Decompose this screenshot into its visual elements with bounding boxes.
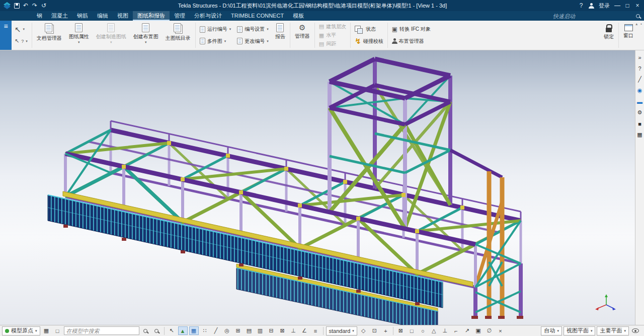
change-numbering-button[interactable]: 更改编号 ▾ (236, 37, 270, 45)
login-button[interactable]: 登录 (597, 2, 612, 10)
snap-center-icon[interactable]: ◎ (222, 326, 232, 335)
chevron-down-icon[interactable]: ▾ (267, 39, 269, 43)
window-button[interactable]: 窗口 (620, 21, 637, 50)
menu-rebar[interactable]: 钢筋 (72, 11, 93, 21)
render-box-icon[interactable]: ⊡ (370, 326, 379, 335)
select-cursor-icon[interactable]: ↖ (167, 326, 177, 335)
menu-concrete[interactable]: 混凝土 (47, 11, 72, 21)
reports-button[interactable]: 报告 (272, 21, 289, 50)
ribbon-collapse-icon[interactable]: ▴ (635, 22, 637, 26)
create-layout-drawing-button[interactable]: 创建布置图 ▾ (130, 21, 162, 50)
convert-ifc-button[interactable]: ▣ 转换 IFC 对象 (391, 25, 432, 34)
view-plane-dropdown[interactable]: 视图平面 ▾ (564, 326, 596, 335)
numbering-settings-button[interactable]: 编号设置 ▾ (236, 25, 270, 34)
snap-clear-icon[interactable]: × (496, 326, 505, 335)
snap-table-icon[interactable]: ▤ (245, 326, 254, 335)
model-origin-dropdown[interactable]: 模型原点 ▾ (2, 326, 40, 335)
snap-work-plane-icon[interactable]: ▦ (189, 326, 199, 335)
standard-dropdown[interactable]: standard ▾ (326, 326, 357, 335)
work-plane-icon[interactable]: ◇ (359, 326, 368, 335)
run-numbering-button[interactable]: 运行编号 ▾ (199, 25, 232, 34)
context-help-icon[interactable]: ? (636, 64, 643, 72)
menu-steel[interactable]: 钢 (32, 11, 47, 21)
snap-none-icon[interactable]: ∅ (485, 326, 494, 335)
menu-drawings-reports[interactable]: 图纸和报告 (133, 11, 170, 21)
quick-launch-input[interactable] (553, 12, 633, 20)
undo-icon[interactable]: ↶ (21, 1, 30, 10)
snap-free-icon[interactable]: □ (407, 326, 417, 335)
snap-any-icon[interactable]: ⊠ (396, 326, 406, 335)
create-fabrication-drawing-button[interactable]: 创建制造图纸 ▾ (93, 21, 130, 50)
chevron-down-icon[interactable]: ▾ (145, 41, 147, 43)
snap-grid-point-icon[interactable]: ▣ (473, 326, 483, 335)
search-icon[interactable] (636, 14, 640, 18)
cloud-icon[interactable]: ▬ (636, 98, 643, 105)
snap-perpendicular-icon[interactable]: ⊥ (289, 326, 298, 335)
manager-button[interactable]: ⚙ 管理器 (291, 21, 313, 50)
collapse-panel-icon[interactable]: » (636, 53, 643, 61)
user-icon[interactable] (587, 1, 596, 10)
menu-manage[interactable]: 管理 (170, 11, 190, 21)
lock-button[interactable]: 锁定 (600, 21, 617, 50)
main-plane-dropdown[interactable]: 主要平面 ▾ (597, 326, 629, 335)
close-button[interactable]: × (633, 1, 642, 10)
menu-trimble-connect[interactable]: TRIMBLE CONNECT (226, 11, 288, 21)
chevron-down-icon[interactable]: ▾ (224, 39, 226, 43)
snap-triangle-icon[interactable]: △ (429, 326, 439, 335)
snap-mid-icon[interactable]: ▥ (256, 326, 265, 335)
main-menu-button[interactable]: ≡ (0, 21, 12, 50)
snap-points-icon[interactable]: ∷ (200, 326, 210, 335)
menu-analysis-design[interactable]: 分析与设计 (190, 11, 226, 21)
model-search-input[interactable] (64, 326, 139, 335)
auto-dropdown[interactable]: 自动 ▾ (541, 326, 562, 335)
save-icon[interactable] (12, 1, 21, 10)
master-drawing-catalog-button[interactable]: 主图纸目录 (162, 21, 194, 50)
visibility-eye-icon[interactable] (630, 326, 640, 335)
chevron-down-icon[interactable]: ▾ (23, 27, 25, 31)
drawing-properties-button[interactable]: 图纸属性 ▾ (65, 21, 93, 50)
building-hierarchy-button[interactable]: ▤ 建筑层次 (318, 23, 347, 30)
zoom-search-icon[interactable] (141, 326, 150, 335)
menu-template[interactable]: 模板 (288, 11, 308, 21)
model-3d-view[interactable]: » ? ╱ ◉ ▬ ⚙ ■ ▦ (0, 50, 644, 325)
pen-icon[interactable]: ╱ (636, 76, 643, 83)
chevron-down-icon[interactable]: ▾ (78, 41, 80, 43)
snap-parallel-icon[interactable]: ≡ (311, 326, 320, 335)
extensions-icon[interactable]: ■ (636, 120, 643, 127)
maximize-button[interactable]: □ (623, 1, 632, 10)
view-box-icon[interactable]: □ (53, 326, 62, 335)
redo-icon[interactable]: ↷ (30, 1, 39, 10)
assembly-drawing-button[interactable]: 多件图 ▾ (199, 37, 232, 45)
ribbon-pin-icon[interactable]: ▪ (640, 22, 642, 26)
status-button[interactable]: 状态 (354, 25, 384, 34)
select-tool-button[interactable]: ↖ ▾ (14, 25, 29, 34)
chevron-down-icon[interactable]: ▾ (229, 27, 231, 31)
add-view-icon[interactable]: + (381, 326, 390, 335)
gear-icon[interactable]: ⚙ (636, 109, 643, 116)
clash-check-button[interactable]: ↯ 碰撞校核 (354, 37, 384, 45)
history-icon[interactable]: ↺ (39, 1, 48, 10)
globe-icon[interactable]: ◉ (636, 87, 643, 94)
snap-direction-icon[interactable]: ↗ (462, 326, 472, 335)
snap-circle-icon[interactable]: ○ (418, 326, 428, 335)
zoom-selected-icon[interactable] (152, 326, 162, 335)
snap-intersection-icon[interactable]: ⊠ (278, 326, 287, 335)
select-switch-icon[interactable]: ▦ (42, 326, 51, 335)
grid-snap-icon[interactable]: ⊞ (233, 326, 243, 335)
level-button[interactable]: ▦ 水平 (318, 32, 347, 39)
snap-perp-icon[interactable]: ⊥ (440, 326, 450, 335)
snap-corner-icon[interactable]: ⌐ (451, 326, 461, 335)
menu-view[interactable]: 视图 (113, 11, 133, 21)
menu-edit[interactable]: 编辑 (93, 11, 113, 21)
chevron-down-icon[interactable]: ▾ (26, 39, 28, 43)
snap-endpoints-icon[interactable]: ▲ (178, 326, 188, 335)
snap-angle-icon[interactable]: ∠ (300, 326, 309, 335)
layout-manager-button[interactable]: 布置管理器 (391, 37, 432, 45)
spacing-button[interactable]: ▤ 间距 (318, 40, 347, 48)
document-manager-button[interactable]: 文档管理器 (33, 21, 65, 50)
components-icon[interactable]: ▦ (636, 131, 643, 139)
select-assist-button[interactable]: ↖ ? ▾ (14, 37, 29, 45)
chevron-down-icon[interactable]: ▾ (267, 27, 269, 31)
snap-sketch-icon[interactable]: ╱ (211, 326, 221, 335)
help-icon[interactable]: ? (577, 1, 586, 10)
